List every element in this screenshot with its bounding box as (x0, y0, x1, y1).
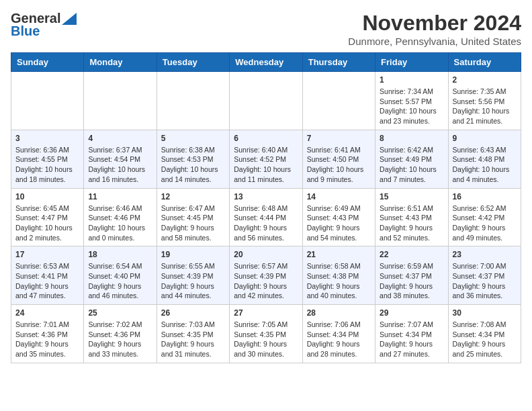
day-info: Sunrise: 6:38 AM Sunset: 4:53 PM Dayligh… (161, 145, 225, 185)
calendar-table: SundayMondayTuesdayWednesdayThursdayFrid… (11, 52, 521, 363)
day-number: 27 (234, 308, 298, 318)
day-info: Sunrise: 6:57 AM Sunset: 4:39 PM Dayligh… (234, 261, 298, 301)
day-number: 9 (453, 134, 517, 143)
day-number: 19 (161, 250, 225, 259)
day-info: Sunrise: 7:03 AM Sunset: 4:35 PM Dayligh… (161, 320, 225, 359)
calendar-week-2: 3Sunrise: 6:36 AM Sunset: 4:55 PM Daylig… (11, 130, 521, 188)
title-block: November 2024 Dunmore, Pennsylvania, Uni… (348, 11, 521, 47)
day-number: 26 (161, 308, 225, 318)
calendar-cell (84, 72, 157, 130)
calendar-week-1: 1Sunrise: 7:34 AM Sunset: 5:57 PM Daylig… (11, 72, 521, 130)
day-info: Sunrise: 6:59 AM Sunset: 4:37 PM Dayligh… (380, 261, 443, 301)
calendar-week-3: 10Sunrise: 6:45 AM Sunset: 4:47 PM Dayli… (11, 188, 521, 246)
calendar-cell: 8Sunrise: 6:42 AM Sunset: 4:49 PM Daylig… (375, 130, 448, 188)
calendar-cell: 13Sunrise: 6:48 AM Sunset: 4:44 PM Dayli… (230, 188, 302, 246)
calendar-cell: 6Sunrise: 6:40 AM Sunset: 4:52 PM Daylig… (230, 130, 302, 188)
calendar-week-4: 17Sunrise: 6:53 AM Sunset: 4:41 PM Dayli… (11, 246, 521, 305)
day-number: 15 (380, 192, 443, 201)
day-info: Sunrise: 6:52 AM Sunset: 4:42 PM Dayligh… (453, 203, 517, 243)
day-info: Sunrise: 7:35 AM Sunset: 5:56 PM Dayligh… (453, 87, 517, 126)
day-info: Sunrise: 6:47 AM Sunset: 4:45 PM Dayligh… (161, 203, 225, 243)
day-number: 12 (161, 192, 225, 201)
day-number: 13 (234, 192, 298, 201)
day-number: 23 (453, 250, 517, 259)
calendar-header-row: SundayMondayTuesdayWednesdayThursdayFrid… (11, 53, 521, 72)
day-number: 28 (307, 308, 371, 318)
day-number: 3 (15, 134, 79, 143)
calendar-cell: 29Sunrise: 7:07 AM Sunset: 4:34 PM Dayli… (375, 305, 448, 363)
day-number: 6 (234, 134, 298, 143)
logo: General Blue (11, 11, 77, 39)
calendar-cell: 7Sunrise: 6:41 AM Sunset: 4:50 PM Daylig… (302, 130, 375, 188)
day-number: 10 (15, 192, 79, 201)
day-info: Sunrise: 6:37 AM Sunset: 4:54 PM Dayligh… (88, 145, 152, 185)
day-header-sunday: Sunday (11, 53, 84, 72)
day-number: 16 (453, 192, 517, 201)
day-number: 14 (307, 192, 371, 201)
day-info: Sunrise: 7:05 AM Sunset: 4:35 PM Dayligh… (234, 320, 298, 359)
day-number: 25 (88, 308, 152, 318)
day-info: Sunrise: 6:49 AM Sunset: 4:43 PM Dayligh… (307, 203, 371, 243)
day-number: 30 (453, 308, 517, 318)
calendar-cell: 30Sunrise: 7:08 AM Sunset: 4:34 PM Dayli… (448, 305, 521, 363)
calendar-cell: 12Sunrise: 6:47 AM Sunset: 4:45 PM Dayli… (157, 188, 229, 246)
calendar-cell: 20Sunrise: 6:57 AM Sunset: 4:39 PM Dayli… (230, 246, 302, 305)
month-title: November 2024 (348, 11, 521, 36)
day-info: Sunrise: 7:00 AM Sunset: 4:37 PM Dayligh… (453, 261, 517, 301)
calendar-cell (302, 72, 375, 130)
day-info: Sunrise: 6:45 AM Sunset: 4:47 PM Dayligh… (15, 203, 79, 243)
day-info: Sunrise: 7:07 AM Sunset: 4:34 PM Dayligh… (380, 320, 443, 359)
calendar-cell: 1Sunrise: 7:34 AM Sunset: 5:57 PM Daylig… (375, 72, 448, 130)
day-info: Sunrise: 6:58 AM Sunset: 4:38 PM Dayligh… (307, 261, 371, 301)
day-number: 29 (380, 308, 443, 318)
day-info: Sunrise: 6:43 AM Sunset: 4:48 PM Dayligh… (453, 145, 517, 185)
day-header-monday: Monday (84, 53, 157, 72)
day-info: Sunrise: 7:01 AM Sunset: 4:36 PM Dayligh… (15, 320, 79, 359)
day-info: Sunrise: 6:46 AM Sunset: 4:46 PM Dayligh… (88, 203, 152, 243)
calendar-cell: 28Sunrise: 7:06 AM Sunset: 4:34 PM Dayli… (302, 305, 375, 363)
day-number: 7 (307, 134, 371, 143)
day-info: Sunrise: 7:34 AM Sunset: 5:57 PM Dayligh… (380, 87, 443, 126)
day-header-thursday: Thursday (302, 53, 375, 72)
calendar-cell (230, 72, 302, 130)
day-info: Sunrise: 6:51 AM Sunset: 4:43 PM Dayligh… (380, 203, 443, 243)
calendar-cell: 2Sunrise: 7:35 AM Sunset: 5:56 PM Daylig… (448, 72, 521, 130)
day-number: 5 (161, 134, 225, 143)
day-info: Sunrise: 6:48 AM Sunset: 4:44 PM Dayligh… (234, 203, 298, 243)
day-number: 17 (15, 250, 79, 259)
calendar-cell: 10Sunrise: 6:45 AM Sunset: 4:47 PM Dayli… (11, 188, 84, 246)
calendar-cell: 9Sunrise: 6:43 AM Sunset: 4:48 PM Daylig… (448, 130, 521, 188)
day-number: 22 (380, 250, 443, 259)
day-number: 21 (307, 250, 371, 259)
calendar-cell: 15Sunrise: 6:51 AM Sunset: 4:43 PM Dayli… (375, 188, 448, 246)
calendar-cell: 18Sunrise: 6:54 AM Sunset: 4:40 PM Dayli… (84, 246, 157, 305)
day-info: Sunrise: 6:36 AM Sunset: 4:55 PM Dayligh… (15, 145, 79, 185)
calendar-cell (11, 72, 84, 130)
day-info: Sunrise: 6:55 AM Sunset: 4:39 PM Dayligh… (161, 261, 225, 301)
calendar-cell: 17Sunrise: 6:53 AM Sunset: 4:41 PM Dayli… (11, 246, 84, 305)
day-number: 8 (380, 134, 443, 143)
day-info: Sunrise: 7:08 AM Sunset: 4:34 PM Dayligh… (453, 320, 517, 359)
day-header-tuesday: Tuesday (157, 53, 229, 72)
day-number: 4 (88, 134, 152, 143)
calendar-cell: 21Sunrise: 6:58 AM Sunset: 4:38 PM Dayli… (302, 246, 375, 305)
day-header-friday: Friday (375, 53, 448, 72)
calendar-cell: 27Sunrise: 7:05 AM Sunset: 4:35 PM Dayli… (230, 305, 302, 363)
svg-marker-0 (62, 13, 77, 25)
page-header: General Blue November 2024 Dunmore, Penn… (11, 11, 521, 47)
day-info: Sunrise: 6:42 AM Sunset: 4:49 PM Dayligh… (380, 145, 443, 185)
day-number: 11 (88, 192, 152, 201)
day-info: Sunrise: 6:54 AM Sunset: 4:40 PM Dayligh… (88, 261, 152, 301)
calendar-cell: 23Sunrise: 7:00 AM Sunset: 4:37 PM Dayli… (448, 246, 521, 305)
day-info: Sunrise: 6:40 AM Sunset: 4:52 PM Dayligh… (234, 145, 298, 185)
calendar-week-5: 24Sunrise: 7:01 AM Sunset: 4:36 PM Dayli… (11, 305, 521, 363)
day-info: Sunrise: 6:41 AM Sunset: 4:50 PM Dayligh… (307, 145, 371, 185)
day-number: 20 (234, 250, 298, 259)
day-info: Sunrise: 7:06 AM Sunset: 4:34 PM Dayligh… (307, 320, 371, 359)
calendar-cell: 14Sunrise: 6:49 AM Sunset: 4:43 PM Dayli… (302, 188, 375, 246)
day-number: 1 (380, 75, 443, 85)
calendar-cell: 26Sunrise: 7:03 AM Sunset: 4:35 PM Dayli… (157, 305, 229, 363)
calendar-cell (157, 72, 229, 130)
calendar-cell: 4Sunrise: 6:37 AM Sunset: 4:54 PM Daylig… (84, 130, 157, 188)
logo-icon (62, 13, 77, 25)
